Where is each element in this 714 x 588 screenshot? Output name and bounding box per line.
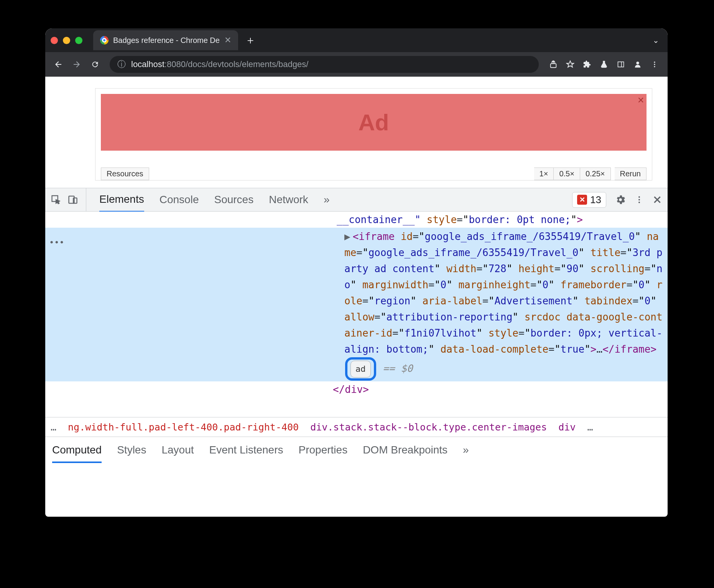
tab-dom-breakpoints[interactable]: DOM Breakpoints xyxy=(363,444,447,456)
iframe-open-tag[interactable]: ▶<iframe id="google_ads_iframe_/6355419/… xyxy=(45,228,668,381)
resources-button[interactable]: Resources xyxy=(101,168,149,180)
browser-window: Badges reference - Chrome De ✕ ＋ ⌄ ⓘ loc… xyxy=(45,28,668,517)
ad-label: Ad xyxy=(359,109,389,136)
div-close-tag[interactable]: </div> xyxy=(45,381,668,397)
tab-sources[interactable]: Sources xyxy=(214,188,253,211)
breadcrumb-item-1[interactable]: ng.width-full.pad-left-400.pad-right-400 xyxy=(68,422,299,433)
viewport: Ad ✕ Resources 1× 0.5× 0.25× Rerun xyxy=(45,77,668,188)
tab-layout[interactable]: Layout xyxy=(161,444,194,456)
zoom-05x-button[interactable]: 0.5× xyxy=(554,168,580,180)
tabs-dropdown-icon[interactable]: ⌄ xyxy=(653,36,659,45)
new-tab-button[interactable]: ＋ xyxy=(245,33,256,48)
share-icon[interactable] xyxy=(546,57,561,72)
close-tab-icon[interactable]: ✕ xyxy=(224,35,231,45)
devtools-tabs: Elements Console Sources Network » xyxy=(99,188,329,211)
close-devtools-icon[interactable] xyxy=(652,195,662,205)
labs-icon[interactable] xyxy=(596,57,612,72)
devtools-right: ✕ 13 xyxy=(572,192,662,208)
device-mode-icon[interactable] xyxy=(67,194,78,205)
styles-panel-tabs: Computed Styles Layout Event Listeners P… xyxy=(45,437,668,463)
dom-tree[interactable]: __container__" style="border: 0pt none;"… xyxy=(45,212,668,417)
devtools-left-icons xyxy=(51,188,86,211)
tab-event-listeners[interactable]: Event Listeners xyxy=(209,444,283,456)
selected-node[interactable]: ••• ▶<iframe id="google_ads_iframe_/6355… xyxy=(45,228,668,381)
panel-icon[interactable] xyxy=(613,57,628,72)
toolbar: ⓘ localhost:8080/docs/devtools/elements/… xyxy=(45,52,668,77)
inspect-element-icon[interactable] xyxy=(51,194,61,205)
svg-point-3 xyxy=(636,62,639,64)
ad-banner[interactable]: Ad ✕ xyxy=(101,94,647,151)
svg-point-6 xyxy=(654,66,655,67)
demo-controls: Resources 1× 0.5× 0.25× Rerun xyxy=(95,168,652,180)
maximize-window-button[interactable] xyxy=(75,37,82,44)
console-selected-hint: == $0 xyxy=(383,363,413,374)
dom-line-container-end[interactable]: __container__" style="border: 0pt none;"… xyxy=(45,212,668,228)
demo-frame: Ad ✕ Resources 1× 0.5× 0.25× Rerun xyxy=(95,88,652,181)
reload-button[interactable] xyxy=(87,57,103,72)
url: localhost:8080/docs/devtools/elements/ba… xyxy=(131,59,308,69)
breadcrumb-overflow-right[interactable]: … xyxy=(587,422,593,433)
tab-network[interactable]: Network xyxy=(269,188,308,211)
tab-strip: Badges reference - Chrome De ✕ ＋ ⌄ xyxy=(45,28,668,52)
tab-elements[interactable]: Elements xyxy=(99,188,144,212)
tab-title: Badges reference - Chrome De xyxy=(113,36,220,45)
ad-badge[interactable]: ad xyxy=(350,361,371,378)
minimize-window-button[interactable] xyxy=(63,37,70,44)
error-count-badge[interactable]: ✕ 13 xyxy=(572,192,606,208)
svg-point-12 xyxy=(638,202,640,203)
close-window-button[interactable] xyxy=(51,37,58,44)
tab-computed[interactable]: Computed xyxy=(52,444,102,463)
bookmark-star-icon[interactable] xyxy=(563,57,578,72)
devtools-toolbar: Elements Console Sources Network » ✕ 13 xyxy=(45,188,668,212)
forward-button[interactable] xyxy=(69,57,84,72)
site-info-icon[interactable]: ⓘ xyxy=(117,59,126,70)
back-button[interactable] xyxy=(51,57,66,72)
styles-tabs-overflow-icon[interactable]: » xyxy=(463,444,469,456)
error-count: 13 xyxy=(590,194,601,206)
settings-gear-icon[interactable] xyxy=(615,194,626,205)
svg-point-4 xyxy=(654,62,655,63)
profile-icon[interactable] xyxy=(630,57,645,72)
browser-tab[interactable]: Badges reference - Chrome De ✕ xyxy=(93,30,238,50)
tabs-overflow-icon[interactable]: » xyxy=(324,188,330,211)
expand-triangle-icon[interactable]: ▶ xyxy=(344,231,350,242)
chrome-favicon-icon xyxy=(100,36,109,44)
window-controls xyxy=(51,37,82,44)
node-actions-icon[interactable]: ••• xyxy=(49,235,64,251)
tab-properties[interactable]: Properties xyxy=(299,444,348,456)
url-path: :8080/docs/devtools/elements/badges/ xyxy=(165,59,308,69)
tab-console[interactable]: Console xyxy=(160,188,199,211)
ad-close-icon[interactable]: ✕ xyxy=(637,95,644,105)
svg-point-5 xyxy=(654,64,655,65)
svg-rect-1 xyxy=(618,62,624,67)
zoom-025x-button[interactable]: 0.25× xyxy=(580,168,611,180)
tab-styles[interactable]: Styles xyxy=(117,444,146,456)
error-icon: ✕ xyxy=(577,195,587,205)
svg-rect-0 xyxy=(551,64,556,67)
extensions-icon[interactable] xyxy=(579,57,595,72)
address-bar[interactable]: ⓘ localhost:8080/docs/devtools/elements/… xyxy=(110,56,539,73)
svg-point-10 xyxy=(638,196,640,198)
zoom-1x-button[interactable]: 1× xyxy=(534,168,554,180)
toolbar-right xyxy=(546,57,662,72)
menu-icon[interactable] xyxy=(647,57,662,72)
breadcrumb-overflow-left[interactable]: … xyxy=(51,422,56,433)
dom-breadcrumb[interactable]: … ng.width-full.pad-left-400.pad-right-4… xyxy=(45,417,668,437)
ad-badge-highlight: ad xyxy=(345,357,376,381)
svg-point-11 xyxy=(638,199,640,200)
kebab-menu-icon[interactable] xyxy=(635,195,644,204)
url-host: localhost xyxy=(131,59,165,69)
rerun-button[interactable]: Rerun xyxy=(615,168,647,180)
breadcrumb-item-3[interactable]: div xyxy=(558,422,576,433)
breadcrumb-item-2[interactable]: div.stack.stack--block.type.center-image… xyxy=(310,422,547,433)
